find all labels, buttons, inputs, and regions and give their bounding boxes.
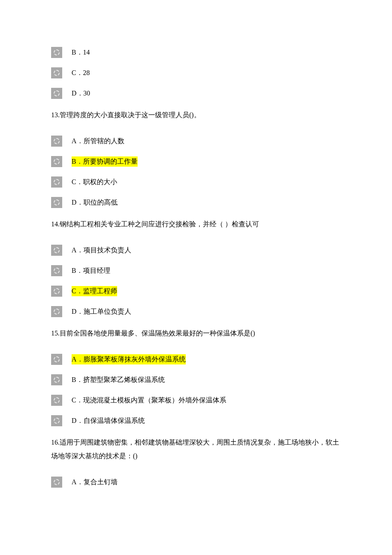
- radio-icon[interactable]: [51, 265, 62, 276]
- radio-icon[interactable]: [51, 156, 62, 167]
- radio-icon[interactable]: [51, 176, 62, 188]
- radio-icon[interactable]: [51, 67, 62, 78]
- option-row: D．职位的高低: [51, 197, 341, 208]
- option-row: C．监理工程师: [51, 286, 341, 297]
- radio-icon[interactable]: [51, 88, 62, 99]
- option-row: D．自保温墙体保温系统: [51, 415, 341, 426]
- question-14: 14.钢结构工程相关专业工种之间应进行交接检验，并经（ ）检查认可 A．项目技术…: [51, 217, 341, 317]
- radio-icon[interactable]: [51, 374, 62, 385]
- option-label: C．监理工程师: [72, 286, 117, 296]
- option-label: A．项目技术负责人: [72, 245, 131, 255]
- question-16: 16.适用于周围建筑物密集，相邻建筑物基础埋深较大，周围土质情况复杂，施工场地狭…: [51, 436, 341, 488]
- orphan-options: B．14 C．28 D．30: [51, 47, 341, 99]
- option-row: A．项目技术负责人: [51, 245, 341, 256]
- question-15: 15.目前全国各地使用量最多、保温隔热效果最好的一种保温体系是() A．膨胀聚苯…: [51, 327, 341, 426]
- option-label: A．膨胀聚苯板薄抹灰外墙外保温系统: [72, 354, 186, 364]
- radio-icon[interactable]: [51, 286, 62, 297]
- radio-icon[interactable]: [51, 395, 62, 406]
- radio-icon[interactable]: [51, 354, 62, 365]
- option-row: A．膨胀聚苯板薄抹灰外墙外保温系统: [51, 354, 341, 365]
- option-label: A．所管辖的人数: [72, 136, 124, 146]
- option-row: D．30: [51, 88, 341, 99]
- radio-icon[interactable]: [51, 47, 62, 58]
- option-label: B．14: [72, 47, 90, 58]
- option-label: A．复合土钉墙: [72, 477, 118, 487]
- radio-icon[interactable]: [51, 477, 62, 488]
- question-text: 13.管理跨度的大小直接取决于这一级管理人员()。: [51, 108, 341, 122]
- option-label: D．自保温墙体保温系统: [72, 416, 145, 426]
- option-row: B．项目经理: [51, 265, 341, 276]
- radio-icon[interactable]: [51, 415, 62, 426]
- option-label: C．现浇混凝土模板内置（聚苯板）外墙外保温体系: [72, 395, 226, 405]
- option-label: B．项目经理: [72, 266, 110, 276]
- option-row: B．所要协调的工作量: [51, 156, 341, 167]
- option-label: D．施工单位负责人: [72, 306, 131, 317]
- radio-icon[interactable]: [51, 136, 62, 147]
- option-row: A．所管辖的人数: [51, 136, 341, 147]
- radio-icon[interactable]: [51, 197, 62, 208]
- option-label: B．挤塑型聚苯乙烯板保温系统: [72, 375, 165, 385]
- option-row: B．挤塑型聚苯乙烯板保温系统: [51, 374, 341, 385]
- option-row: C．28: [51, 67, 341, 78]
- question-text: 16.适用于周围建筑物密集，相邻建筑物基础埋深较大，周围土质情况复杂，施工场地狭…: [51, 436, 341, 463]
- radio-icon[interactable]: [51, 306, 62, 317]
- option-row: C．职权的大小: [51, 176, 341, 188]
- question-text: 15.目前全国各地使用量最多、保温隔热效果最好的一种保温体系是(): [51, 327, 341, 340]
- option-row: D．施工单位负责人: [51, 306, 341, 317]
- question-13: 13.管理跨度的大小直接取决于这一级管理人员()。 A．所管辖的人数 B．所要协…: [51, 108, 341, 208]
- question-text: 14.钢结构工程相关专业工种之间应进行交接检验，并经（ ）检查认可: [51, 217, 341, 231]
- option-row: B．14: [51, 47, 341, 58]
- option-label: B．所要协调的工作量: [72, 156, 138, 167]
- radio-icon[interactable]: [51, 245, 62, 256]
- option-row: C．现浇混凝土模板内置（聚苯板）外墙外保温体系: [51, 395, 341, 406]
- option-label: C．职权的大小: [72, 177, 117, 187]
- option-row: A．复合土钉墙: [51, 477, 341, 488]
- option-label: D．30: [72, 88, 90, 98]
- option-label: C．28: [72, 68, 90, 78]
- option-label: D．职位的高低: [72, 197, 118, 208]
